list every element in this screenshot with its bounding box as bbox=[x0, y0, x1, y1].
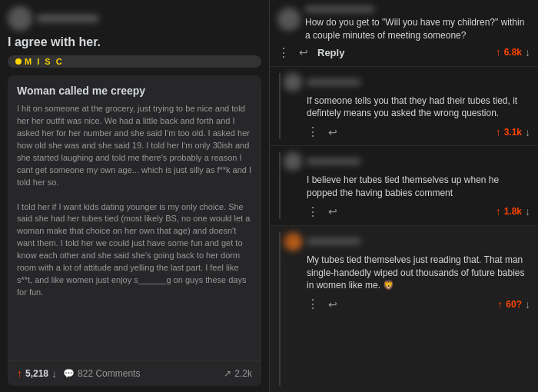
comment-icon: 💬 bbox=[63, 368, 75, 379]
comment-1-reply-icon[interactable]: ↩ bbox=[328, 126, 337, 138]
comment-3-vote[interactable]: ↑ 60? ↓ bbox=[497, 298, 530, 311]
comment-3-dots-icon[interactable]: ⋮ bbox=[307, 297, 319, 311]
comment-1-dots-icon[interactable]: ⋮ bbox=[307, 125, 319, 139]
main-comment-content: How do you get to "Will you have my chil… bbox=[305, 6, 530, 42]
comment-1-block: If someone tells you that they had their… bbox=[270, 67, 538, 147]
comment-1-header bbox=[284, 73, 530, 91]
comment-1-upvote-icon[interactable]: ↑ bbox=[496, 126, 501, 138]
comment-2-vote[interactable]: ↑ 1.8k ↓ bbox=[496, 205, 530, 218]
main-downvote-icon[interactable]: ↓ bbox=[525, 46, 530, 58]
indent-line-2 bbox=[279, 152, 281, 219]
post-body-p1: I hit on someone at the grocery, just tr… bbox=[17, 103, 252, 189]
share-count: 2.2k bbox=[234, 368, 252, 379]
comment-3-downvote-icon[interactable]: ↓ bbox=[525, 298, 530, 311]
comment-2-username bbox=[307, 158, 360, 164]
comment-2-reply-icon[interactable]: ↩ bbox=[328, 205, 337, 218]
comment-3-text: My tubes tied themselves just reading th… bbox=[307, 254, 530, 292]
comment-3-username bbox=[307, 238, 360, 244]
share-section[interactable]: ↗ 2.2k bbox=[224, 368, 252, 379]
reply-button[interactable]: Reply bbox=[317, 47, 344, 58]
post-body-p2: I told her if I want kids dating younger… bbox=[17, 201, 252, 300]
vote-section[interactable]: ↑ 5,218 ↓ bbox=[17, 367, 57, 380]
comment-1-vote[interactable]: ↑ 3.1k ↓ bbox=[496, 126, 530, 138]
share-icon: ↗ bbox=[224, 368, 231, 379]
comment-2-text: I believe her tubes tied themselves up w… bbox=[307, 174, 530, 200]
left-panel: I agree with her. M I S C Woman called m… bbox=[0, 0, 269, 392]
comment-3-actions: ⋮ ↩ ↑ 60? ↓ bbox=[307, 297, 530, 311]
post-body: I hit on someone at the grocery, just tr… bbox=[17, 103, 252, 299]
main-comment-block: How do you get to "Will you have my chil… bbox=[270, 0, 538, 42]
comment-2-header bbox=[284, 152, 530, 171]
comment-2-actions: ⋮ ↩ ↑ 1.8k ↓ bbox=[307, 204, 530, 219]
comment-3-upvote-icon[interactable]: ↑ bbox=[497, 298, 503, 311]
post-title: Woman called me creepy bbox=[17, 85, 252, 97]
downvote-icon[interactable]: ↓ bbox=[51, 367, 57, 380]
post-avatar bbox=[8, 6, 32, 31]
comment-count: 822 Comments bbox=[78, 368, 140, 379]
comment-3-content: My tubes tied themselves just reading th… bbox=[284, 232, 530, 386]
comment-1-text: If someone tells you that they had their… bbox=[307, 95, 530, 121]
comment-2-dots-icon[interactable]: ⋮ bbox=[307, 204, 319, 219]
reply-arrow-icon[interactable]: ↩ bbox=[299, 46, 308, 58]
right-panel: How do you get to "Will you have my chil… bbox=[269, 0, 538, 392]
vote-count: 5,218 bbox=[25, 368, 48, 379]
comment-2-downvote-icon[interactable]: ↓ bbox=[525, 205, 530, 218]
comment-1-actions: ⋮ ↩ ↑ 3.1k ↓ bbox=[307, 125, 530, 139]
comment-3-block: My tubes tied themselves just reading th… bbox=[270, 226, 538, 392]
post-header bbox=[8, 6, 261, 31]
post-username bbox=[37, 15, 98, 22]
agree-text: I agree with her. bbox=[8, 35, 261, 49]
comment-3-avatar bbox=[284, 232, 302, 251]
comment-1-username bbox=[307, 79, 360, 85]
indent-line-1 bbox=[279, 73, 281, 140]
post-footer: ↑ 5,218 ↓ 💬 822 Comments ↗ 2.2k bbox=[8, 360, 261, 386]
indent-line-3 bbox=[279, 232, 281, 386]
comment-3-vote-count: 60? bbox=[506, 299, 522, 310]
main-comment-avatar bbox=[277, 8, 301, 31]
comment-1-vote-count: 3.1k bbox=[504, 127, 522, 138]
comment-1-downvote-icon[interactable]: ↓ bbox=[525, 126, 530, 138]
comment-2-block: I believe her tubes tied themselves up w… bbox=[270, 146, 538, 226]
misc-dot bbox=[15, 58, 22, 65]
main-vote-count: 6.8k bbox=[504, 47, 522, 58]
comment-section[interactable]: 💬 822 Comments bbox=[63, 368, 140, 379]
comment-2-content: I believe her tubes tied themselves up w… bbox=[284, 152, 530, 219]
post-card: Woman called me creepy I hit on someone … bbox=[8, 75, 261, 386]
main-comment-text: How do you get to "Will you have my chil… bbox=[305, 16, 530, 42]
main-upvote-icon[interactable]: ↑ bbox=[496, 46, 501, 58]
comment-1-content: If someone tells you that they had their… bbox=[284, 73, 530, 140]
comment-2-upvote-icon[interactable]: ↑ bbox=[496, 205, 501, 218]
main-comment-username bbox=[305, 6, 374, 12]
misc-badge[interactable]: M I S C bbox=[8, 55, 261, 68]
comment-3-header bbox=[284, 232, 530, 251]
misc-label: M I S C bbox=[25, 57, 64, 66]
comment-3-reply-icon[interactable]: ↩ bbox=[328, 298, 337, 311]
main-vote-section[interactable]: ↑ 6.8k ↓ bbox=[496, 46, 530, 58]
comment-2-avatar bbox=[284, 152, 302, 171]
main-comment-actions: ⋮ ↩ Reply ↑ 6.8k ↓ bbox=[270, 42, 538, 67]
comment-2-vote-count: 1.8k bbox=[504, 206, 522, 217]
comment-1-avatar bbox=[284, 73, 302, 91]
dots-icon[interactable]: ⋮ bbox=[277, 45, 290, 60]
upvote-icon[interactable]: ↑ bbox=[17, 367, 22, 380]
